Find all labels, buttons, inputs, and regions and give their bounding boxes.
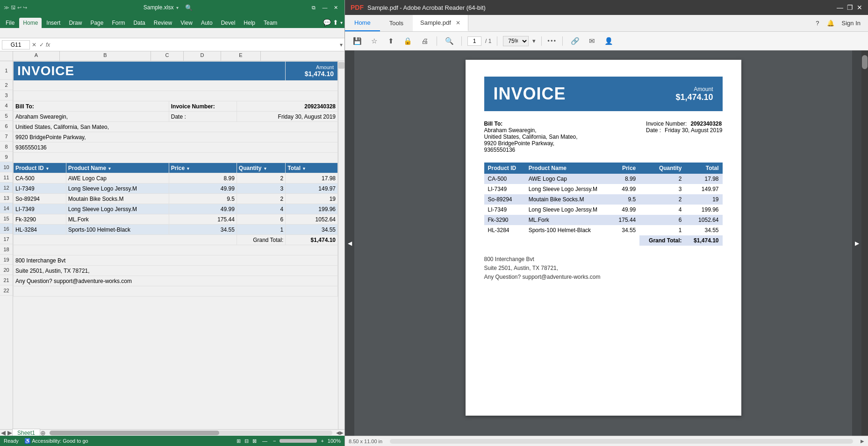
footer1-cell[interactable]: 800 Interchange Bvt: [14, 255, 338, 266]
row-header-21[interactable]: 21: [0, 275, 13, 285]
profile-btn[interactable]: 👤: [602, 35, 615, 48]
page-number-input[interactable]: [467, 36, 481, 46]
empty-row-18[interactable]: [14, 245, 338, 255]
row12-col1[interactable]: LI-7349: [14, 184, 66, 194]
col-header-a[interactable]: A: [13, 51, 60, 61]
save-btn[interactable]: 💾: [351, 35, 364, 48]
row14-col3[interactable]: 49.99: [169, 204, 237, 214]
row-header-17[interactable]: 17: [0, 234, 13, 244]
row-header-10[interactable]: 10: [0, 162, 13, 172]
zoom-select[interactable]: 75% 100% 125% 150%: [503, 36, 529, 46]
ribbon-tab-auto[interactable]: Auto: [197, 18, 216, 28]
hscroll-right-end[interactable]: ▶: [861, 439, 864, 444]
print-btn[interactable]: 🖨: [418, 35, 431, 48]
page-break-btn[interactable]: ⊠: [252, 438, 257, 444]
nav-prev-page-btn[interactable]: ◀: [345, 50, 354, 436]
col-header-c[interactable]: C: [151, 51, 184, 61]
excel-search-icon[interactable]: 🔍: [185, 4, 193, 11]
filter-icon-name[interactable]: ▾: [108, 166, 111, 171]
row11-col4[interactable]: 2: [237, 173, 285, 184]
row-header-13[interactable]: 13: [0, 193, 13, 203]
acrobat-hscroll[interactable]: [390, 439, 853, 444]
empty-row-3[interactable]: [14, 91, 338, 101]
row11-col2[interactable]: AWE Logo Cap: [66, 173, 169, 184]
row13-col1[interactable]: So-89294: [14, 194, 66, 204]
acrobat-bell-icon[interactable]: 🔔: [827, 20, 834, 27]
acrobat-help-icon[interactable]: ?: [816, 20, 819, 27]
share-icon[interactable]: ⬆: [333, 19, 338, 26]
row-header-22[interactable]: 22: [0, 285, 13, 296]
row16-col1[interactable]: HL-3284: [14, 225, 66, 235]
link-btn[interactable]: 🔗: [568, 35, 581, 48]
acrobat-tab-tools[interactable]: Tools: [380, 15, 413, 31]
row11-col5[interactable]: 17.98: [286, 173, 338, 184]
footer3-cell[interactable]: Any Question? support@adventure-works.co…: [14, 276, 338, 286]
row-header-1[interactable]: 1: [0, 61, 13, 80]
cell-reference-input[interactable]: [2, 40, 30, 50]
formula-expand-icon[interactable]: ▾: [340, 42, 343, 48]
ribbon-tab-form[interactable]: Form: [108, 18, 129, 28]
ribbon-tab-data[interactable]: Data: [129, 18, 149, 28]
protect-btn[interactable]: 🔒: [401, 35, 414, 48]
more-icon[interactable]: ▾: [340, 20, 343, 25]
row-header-8[interactable]: 8: [0, 142, 13, 152]
page-layout-btn[interactable]: ⊟: [244, 438, 249, 444]
row15-col3[interactable]: 175.44: [169, 214, 237, 225]
nav-next-page-btn[interactable]: ▶: [852, 50, 861, 436]
row15-col5[interactable]: 1052.64: [286, 214, 338, 225]
acrobat-signin[interactable]: Sign In: [842, 20, 861, 27]
row-header-18[interactable]: 18: [0, 244, 13, 255]
row14-col1[interactable]: LI-7349: [14, 204, 66, 214]
excel-restore-btn[interactable]: ⧉: [309, 3, 318, 12]
row16-col5[interactable]: 34.55: [286, 225, 338, 235]
col-header-e[interactable]: E: [221, 51, 261, 61]
acrobat-close-btn[interactable]: ✕: [857, 4, 862, 11]
row12-col2[interactable]: Long Sleeve Logo Jerssy.M: [66, 184, 169, 194]
bill-to-name-cell[interactable]: Abraham Swearegin,: [14, 112, 169, 122]
invoice-num-value-cell[interactable]: 2092340328: [237, 101, 337, 112]
phone-cell[interactable]: 9365550136: [14, 142, 338, 153]
grid-view-btn[interactable]: ⊞: [237, 438, 241, 444]
invoice-num-label-cell[interactable]: Invoice Number:: [169, 101, 237, 112]
ribbon-tab-draw[interactable]: Draw: [65, 18, 86, 28]
filter-icon-price[interactable]: ▾: [187, 166, 189, 171]
ribbon-tab-page[interactable]: Page: [86, 18, 107, 28]
excel-vertical-scrollbar[interactable]: [338, 61, 344, 429]
acrobat-tab-file[interactable]: Sample.pdf ✕: [413, 15, 468, 31]
ribbon-tab-insert[interactable]: Insert: [43, 18, 64, 28]
header-product-name[interactable]: Product Name ▾: [66, 163, 169, 173]
row13-col3[interactable]: 9.5: [169, 194, 237, 204]
address1-cell[interactable]: Unitied States, California, San Mateo,: [14, 122, 338, 132]
row14-col4[interactable]: 4: [237, 204, 285, 214]
comment-icon[interactable]: 💬: [323, 19, 331, 26]
bill-to-label-cell[interactable]: Bill To:: [14, 101, 169, 112]
hscroll-track[interactable]: [50, 431, 332, 435]
acrobat-file-tab-close[interactable]: ✕: [456, 20, 460, 26]
ribbon-tab-help[interactable]: Help: [240, 18, 259, 28]
row14-col5[interactable]: 199.96: [286, 204, 338, 214]
ribbon-tab-review[interactable]: Review: [150, 18, 176, 28]
scroll-thumb[interactable]: [338, 62, 344, 69]
row-header-7[interactable]: 7: [0, 131, 13, 142]
date-value-cell[interactable]: Friday 30, August 2019: [237, 112, 337, 122]
header-quantity[interactable]: Quantity ▾: [237, 163, 285, 173]
acrobat-vertical-scrollbar[interactable]: [861, 50, 868, 436]
row12-col4[interactable]: 3: [237, 184, 285, 194]
hscroll-thumb[interactable]: [50, 431, 219, 435]
acrobat-restore-btn[interactable]: ❐: [847, 4, 853, 11]
acrobat-scroll-thumb[interactable]: [862, 55, 868, 69]
row-header-16[interactable]: 16: [0, 224, 13, 234]
header-price[interactable]: Price ▾: [169, 163, 237, 173]
row12-col5[interactable]: 149.97: [286, 184, 338, 194]
col-header-d[interactable]: D: [184, 51, 221, 61]
invoice-title-cell[interactable]: INVOICE: [14, 62, 286, 81]
ribbon-tab-team[interactable]: Team: [260, 18, 281, 28]
excel-minimize-btn[interactable]: —: [320, 3, 330, 12]
zoom-in-search-btn[interactable]: 🔍: [443, 35, 456, 48]
cancel-formula-icon[interactable]: ✕: [32, 42, 36, 48]
grand-total-empty[interactable]: [14, 235, 237, 245]
row-header-14[interactable]: 14: [0, 203, 13, 213]
row-header-11[interactable]: 11: [0, 172, 13, 183]
row-header-2[interactable]: 2: [0, 80, 13, 90]
row15-col1[interactable]: Fk-3290: [14, 214, 66, 225]
